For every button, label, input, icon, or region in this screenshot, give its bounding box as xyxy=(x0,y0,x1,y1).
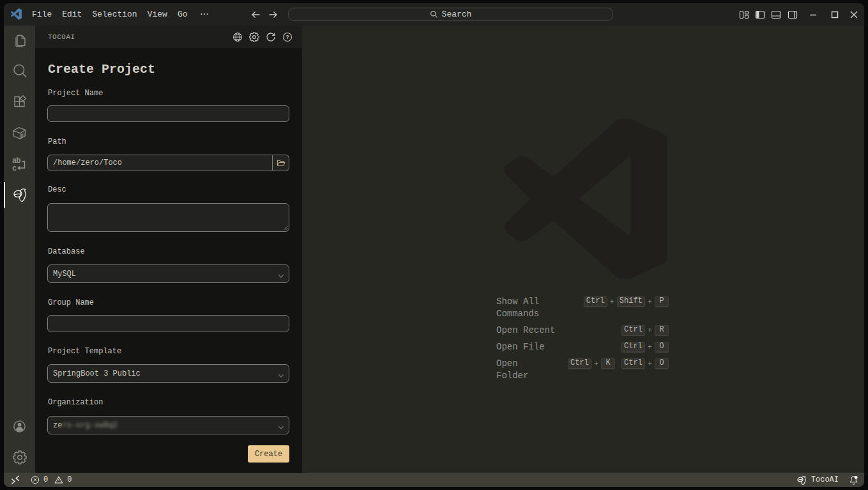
svg-text:c: c xyxy=(12,164,17,172)
svg-text:?: ? xyxy=(286,34,289,41)
